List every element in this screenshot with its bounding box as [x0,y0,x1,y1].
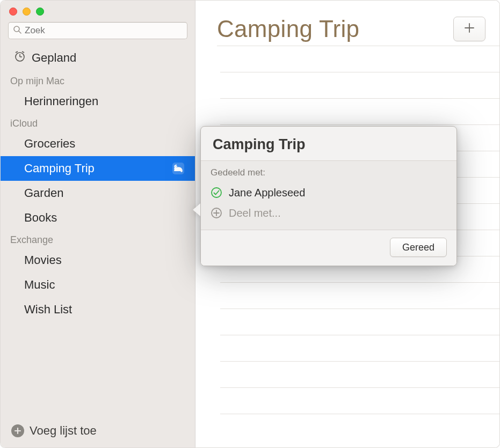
popover-body: Camping Trip Gedeeld met: Jane Appleseed… [200,126,457,266]
reminder-row-empty[interactable] [220,99,499,125]
person-name: Jane Appleseed [229,187,305,199]
reminder-row-empty[interactable] [220,46,499,72]
plus-icon [463,22,475,36]
list-label: Groceries [24,137,190,151]
window-controls [1,1,195,16]
list-label: Herinneringen [24,94,190,108]
sidebar-item-camping-trip[interactable]: Camping Trip [1,156,195,181]
search-input[interactable] [21,25,183,36]
sidebar-item-books[interactable]: Books [1,205,195,230]
main-header: Camping Trip [195,1,499,46]
zoom-window-button[interactable] [36,8,44,16]
sidebar-item-groceries[interactable]: Groceries [1,131,195,156]
popover-arrow [193,203,200,216]
scheduled-label: Gepland [32,51,76,65]
sidebar-item-movies[interactable]: Movies [1,248,195,273]
minimize-window-button[interactable] [23,8,31,16]
svg-line-1 [19,31,21,33]
list-label: Music [24,278,190,292]
share-with-add-row[interactable]: Deel met... [211,203,447,223]
sidebar-item-garden[interactable]: Garden [1,181,195,205]
share-popover: Camping Trip Gedeeld met: Jane Appleseed… [200,126,457,266]
reminder-row-empty[interactable] [220,362,499,388]
sidebar-item-herinneringen[interactable]: Herinneringen [1,89,195,114]
search-icon [13,25,21,36]
sidebar-item-wish-list[interactable]: Wish List [1,297,195,322]
sidebar: Gepland Op mijn Mac Herinneringen iCloud… [1,1,195,447]
check-circle-icon [211,187,222,199]
app-window: Gepland Op mijn Mac Herinneringen iCloud… [0,0,500,448]
sidebar-item-music[interactable]: Music [1,273,195,297]
share-section: Gedeeld met: Jane Appleseed Deel met... [201,161,456,230]
shared-icon[interactable] [171,161,185,175]
list-label: Camping Trip [24,161,171,175]
section-header: Exchange [1,230,195,248]
reminder-row-empty[interactable] [220,388,499,414]
plus-circle-outline-icon [211,207,222,219]
add-list-button[interactable]: Voeg lijst toe [1,416,195,447]
sidebar-item-scheduled[interactable]: Gepland [1,47,195,71]
add-reminder-button[interactable] [453,17,485,41]
list-label: Garden [24,186,190,200]
search-container [1,16,195,45]
reminder-row-empty[interactable] [220,309,499,335]
clock-icon [13,50,26,66]
section-header: Op mijn Mac [1,71,195,89]
shared-person-row[interactable]: Jane Appleseed [211,182,447,203]
plus-circle-icon [11,424,24,437]
done-button-label: Gereed [402,242,434,253]
page-title: Camping Trip [217,16,359,42]
list-label: Movies [24,253,190,267]
list-label: Books [24,211,190,225]
svg-point-6 [181,171,183,172]
add-list-label: Voeg lijst toe [30,424,97,438]
search-field[interactable] [8,22,187,39]
share-with-label: Deel met... [229,207,281,219]
sidebar-list: Gepland Op mijn Mac Herinneringen iCloud… [1,45,195,416]
reminder-row-empty[interactable] [220,72,499,99]
close-window-button[interactable] [9,8,17,16]
done-button[interactable]: Gereed [390,238,447,257]
reminder-row-empty[interactable] [220,335,499,362]
list-label: Wish List [24,303,190,317]
reminder-row-empty[interactable] [220,283,499,309]
popover-title: Camping Trip [201,127,456,161]
shared-with-label: Gedeeld met: [211,167,447,178]
svg-point-7 [212,188,221,197]
section-header: iCloud [1,114,195,131]
popover-footer: Gereed [201,230,456,266]
